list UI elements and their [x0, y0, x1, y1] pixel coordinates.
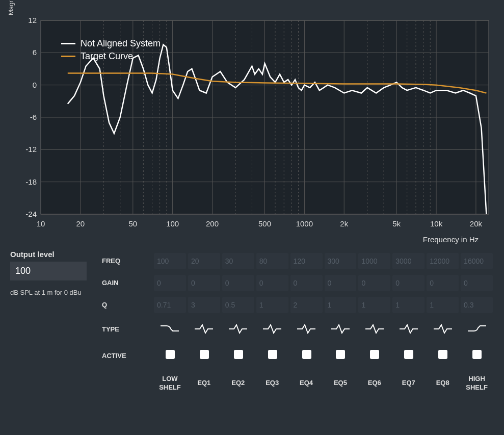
- active-checkbox-band0[interactable]: [166, 350, 175, 359]
- svg-text:100: 100: [166, 219, 179, 228]
- q-value-band1[interactable]: 3: [188, 297, 220, 313]
- svg-text:6: 6: [33, 48, 37, 57]
- output-level-label: Output level: [10, 250, 97, 259]
- freq-value-band0[interactable]: 100: [154, 253, 186, 269]
- peak-filter-icon: [194, 322, 214, 334]
- freq-value-band8[interactable]: 12000: [427, 253, 459, 269]
- gain-value-band9[interactable]: 0: [461, 275, 493, 291]
- active-row-label: ACTIVE: [102, 345, 153, 367]
- output-level-input[interactable]: [10, 262, 87, 280]
- freq-value-band9[interactable]: 16000: [461, 253, 493, 269]
- gain-value-band6[interactable]: 0: [358, 275, 390, 291]
- q-value-band7[interactable]: 1: [392, 297, 425, 313]
- band-name-3: EQ3: [255, 373, 289, 394]
- gain-row-label: GAIN: [102, 272, 153, 294]
- svg-text:20: 20: [76, 219, 85, 228]
- band-name-8: EQ8: [426, 373, 460, 394]
- band-name-9: HIGH SHELF: [460, 369, 494, 398]
- gain-value-band1[interactable]: 0: [188, 275, 220, 291]
- svg-text:200: 200: [206, 219, 219, 228]
- svg-text:50: 50: [128, 219, 137, 228]
- filter-type-band0[interactable]: [153, 316, 187, 342]
- active-checkbox-band3[interactable]: [268, 350, 277, 359]
- legend-item: Not Aligned System: [61, 38, 161, 49]
- active-checkbox-band4[interactable]: [302, 350, 311, 359]
- legend-swatch: [61, 56, 75, 57]
- filter-type-band8[interactable]: [426, 316, 460, 342]
- highshelf-filter-icon: [467, 322, 487, 334]
- band-name-5: EQ5: [324, 373, 358, 394]
- active-checkbox-band6[interactable]: [370, 350, 379, 359]
- peak-filter-icon: [296, 322, 316, 334]
- active-cell-band8: [426, 342, 460, 369]
- q-row-label: Q: [102, 294, 153, 316]
- legend-item: Target Curve: [61, 51, 161, 62]
- filter-type-band7[interactable]: [391, 316, 426, 342]
- active-checkbox-band1[interactable]: [200, 350, 209, 359]
- filter-type-band4[interactable]: [289, 316, 324, 342]
- active-checkbox-band8[interactable]: [438, 350, 447, 359]
- active-checkbox-band5[interactable]: [336, 350, 345, 359]
- band-name-6: EQ6: [357, 373, 391, 394]
- freq-value-band4[interactable]: 120: [290, 253, 323, 269]
- chart-legend: Not Aligned System Target Curve: [61, 38, 161, 64]
- svg-text:10k: 10k: [430, 219, 443, 228]
- eq-grid: FREQ100203080120300100030001200016000GAI…: [102, 250, 494, 398]
- svg-text:5k: 5k: [392, 219, 401, 228]
- gain-value-band2[interactable]: 0: [222, 275, 254, 291]
- q-value-band9[interactable]: 0.3: [461, 297, 493, 313]
- active-cell-band6: [357, 342, 391, 369]
- svg-text:-24: -24: [25, 210, 37, 218]
- band-name-4: EQ4: [289, 373, 324, 394]
- freq-row-label: FREQ: [102, 250, 153, 272]
- band-name-7: EQ7: [391, 373, 426, 394]
- q-value-band2[interactable]: 0.5: [222, 297, 254, 313]
- filter-type-band1[interactable]: [187, 316, 221, 342]
- q-value-band3[interactable]: 1: [256, 297, 288, 313]
- active-cell-band0: [153, 342, 187, 369]
- svg-text:20k: 20k: [470, 219, 483, 228]
- filter-type-band5[interactable]: [324, 316, 358, 342]
- active-checkbox-band7[interactable]: [404, 350, 413, 359]
- freq-value-band1[interactable]: 20: [188, 253, 220, 269]
- svg-text:-6: -6: [30, 113, 37, 121]
- output-level-unit: dB SPL at 1 m for 0 dBu: [10, 289, 97, 296]
- freq-value-band5[interactable]: 300: [325, 253, 357, 269]
- freq-value-band6[interactable]: 1000: [358, 253, 390, 269]
- gain-value-band4[interactable]: 0: [290, 275, 323, 291]
- q-value-band5[interactable]: 1: [325, 297, 357, 313]
- filter-type-band9[interactable]: [460, 316, 494, 342]
- peak-filter-icon: [262, 322, 282, 334]
- active-checkbox-band9[interactable]: [472, 350, 482, 359]
- gain-value-band5[interactable]: 0: [325, 275, 357, 291]
- active-checkbox-band2[interactable]: [234, 350, 243, 359]
- active-cell-band7: [391, 342, 426, 369]
- x-axis-label: Frequency in Hz: [423, 235, 479, 244]
- freq-value-band2[interactable]: 30: [222, 253, 254, 269]
- freq-value-band3[interactable]: 80: [256, 253, 288, 269]
- q-value-band8[interactable]: 1: [427, 297, 459, 313]
- band-name-0: LOW SHELF: [153, 369, 187, 398]
- lowshelf-filter-icon: [160, 322, 180, 334]
- gain-value-band7[interactable]: 0: [392, 275, 425, 291]
- freq-value-band7[interactable]: 3000: [392, 253, 425, 269]
- filter-type-band2[interactable]: [221, 316, 255, 342]
- gain-value-band0[interactable]: 0: [154, 275, 186, 291]
- q-value-band0[interactable]: 0.71: [154, 297, 186, 313]
- type-row-label: TYPE: [102, 318, 153, 340]
- eq-controls: Output level dB SPL at 1 m for 0 dBu FRE…: [0, 245, 504, 398]
- peak-filter-icon: [399, 322, 419, 334]
- peak-filter-icon: [330, 322, 351, 334]
- gain-value-band3[interactable]: 0: [256, 275, 288, 291]
- svg-text:-12: -12: [25, 145, 37, 153]
- gain-value-band8[interactable]: 0: [427, 275, 459, 291]
- filter-type-band3[interactable]: [255, 316, 289, 342]
- q-value-band4[interactable]: 2: [290, 297, 323, 313]
- peak-filter-icon: [228, 322, 248, 334]
- legend-label: Target Curve: [81, 51, 133, 62]
- svg-text:-18: -18: [25, 177, 37, 186]
- q-value-band6[interactable]: 1: [358, 297, 390, 313]
- filter-type-band6[interactable]: [357, 316, 391, 342]
- band-name-2: EQ2: [221, 373, 255, 394]
- band-name-1: EQ1: [187, 373, 221, 394]
